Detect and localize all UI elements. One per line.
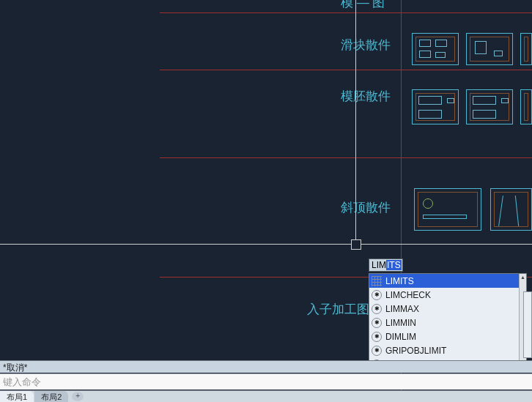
- autocomplete-item[interactable]: ✱LIMMIN: [369, 316, 526, 330]
- drawing-canvas[interactable]: 模 — 图 滑块散件 模胚散件 斜顶散件 入子加工图: [0, 0, 532, 402]
- guide-line-h: [160, 12, 532, 13]
- layout-tab[interactable]: 布局2: [34, 391, 68, 402]
- scroll-up-icon[interactable]: ▲: [520, 274, 526, 281]
- dynamic-input[interactable]: LIMITS: [369, 258, 403, 272]
- guide-line-h: [160, 157, 532, 158]
- command-history-line: *取消*: [0, 360, 532, 373]
- crosshair-h: [0, 244, 532, 245]
- crosshair-v: [355, 0, 356, 244]
- input-selection: ITS: [386, 260, 402, 270]
- autocomplete-item[interactable]: ✱LIMMAX: [369, 302, 526, 316]
- autocomplete-label: GRIPOBJLIMIT: [385, 346, 446, 356]
- autocomplete-item[interactable]: LIMITS: [369, 274, 526, 288]
- section-label: 模胚散件: [341, 88, 391, 105]
- section-label: 模 — 图: [341, 0, 385, 11]
- drawing-thumbnail[interactable]: [520, 33, 532, 65]
- drawing-thumbnail[interactable]: [412, 89, 459, 124]
- input-prefix: LIM: [372, 260, 386, 270]
- layout-tabs-bar: 布局1布局2+: [0, 390, 532, 402]
- grid-icon: [372, 276, 382, 286]
- autocomplete-label: LIMCHECK: [385, 290, 431, 300]
- section-label: 入子加工图: [307, 301, 369, 318]
- section-label: 滑块散件: [341, 37, 391, 53]
- gear-icon: ✱: [372, 318, 382, 328]
- drawing-thumbnail[interactable]: [490, 188, 532, 231]
- drawing-thumbnail[interactable]: [414, 188, 481, 231]
- autocomplete-label: DIMLIM: [385, 332, 416, 342]
- drawing-thumbnail[interactable]: [466, 33, 513, 65]
- guide-line-h: [160, 70, 532, 70]
- add-layout-button[interactable]: +: [72, 392, 84, 401]
- crosshair-pickbox: [351, 239, 361, 250]
- command-line-input[interactable]: 键入命令: [0, 373, 532, 390]
- autocomplete-label: LIMMAX: [385, 304, 419, 314]
- gear-icon: ✱: [372, 332, 382, 342]
- gear-icon: ✱: [372, 304, 382, 314]
- drawing-thumbnail[interactable]: [466, 89, 513, 124]
- autocomplete-item[interactable]: ✱GRIPOBJLIMIT: [369, 343, 526, 357]
- gear-icon: ✱: [372, 290, 382, 300]
- autocomplete-item[interactable]: ✱DIMLIM: [369, 330, 526, 343]
- layout-tab[interactable]: 布局1: [0, 391, 34, 402]
- drawing-thumbnail[interactable]: [412, 33, 459, 65]
- autocomplete-label: LIMMIN: [385, 318, 416, 328]
- canvas-scrollbar-v[interactable]: [523, 291, 532, 358]
- autocomplete-popup: LIMITS✱LIMCHECK✱LIMMAX✱LIMMIN✱DIMLIM✱GRI…: [369, 273, 527, 372]
- autocomplete-label: LIMITS: [385, 276, 414, 286]
- section-label: 斜顶散件: [341, 199, 391, 216]
- gear-icon: ✱: [372, 346, 382, 356]
- autocomplete-item[interactable]: ✱LIMCHECK: [369, 288, 526, 302]
- drawing-thumbnail[interactable]: [520, 89, 532, 124]
